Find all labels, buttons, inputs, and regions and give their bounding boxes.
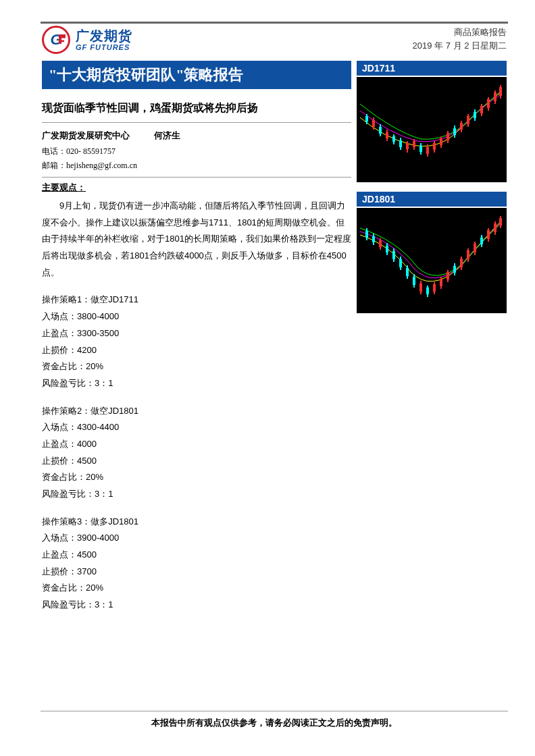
svg-rect-79 — [487, 230, 490, 239]
svg-rect-81 — [494, 223, 496, 232]
svg-rect-25 — [447, 133, 449, 140]
svg-rect-53 — [399, 259, 402, 267]
footer-disclaimer: 本报告中所有观点仅供参考，请务必阅读正文之后的免责声明。 — [41, 717, 508, 729]
svg-rect-11 — [399, 140, 402, 147]
svg-rect-61 — [426, 288, 429, 294]
svg-rect-49 — [386, 246, 388, 252]
footer: 本报告中所有观点仅供参考，请务必阅读正文之后的免责声明。 — [41, 711, 508, 729]
svg-rect-77 — [480, 238, 483, 244]
svg-rect-59 — [419, 284, 422, 292]
svg-rect-41 — [499, 87, 502, 96]
svg-rect-19 — [426, 147, 429, 154]
logo-icon: G — [42, 26, 70, 54]
candlestick-chart-icon — [357, 208, 507, 313]
svg-rect-75 — [474, 244, 476, 252]
svg-rect-65 — [440, 279, 442, 286]
svg-rect-29 — [460, 123, 463, 130]
svg-rect-13 — [406, 143, 409, 149]
svg-rect-17 — [419, 146, 422, 152]
candlestick-chart-icon — [357, 77, 507, 182]
svg-rect-27 — [453, 128, 456, 135]
svg-rect-55 — [406, 268, 409, 276]
svg-rect-31 — [467, 116, 469, 124]
svg-rect-3 — [372, 120, 375, 127]
svg-rect-15 — [413, 141, 415, 147]
svg-rect-69 — [453, 266, 456, 273]
svg-rect-71 — [460, 259, 463, 267]
svg-rect-5 — [379, 127, 382, 134]
svg-rect-21 — [433, 143, 436, 150]
svg-rect-57 — [413, 277, 415, 285]
svg-rect-1 — [365, 116, 368, 122]
svg-rect-51 — [392, 251, 395, 259]
svg-rect-7 — [386, 132, 388, 138]
svg-rect-39 — [494, 92, 496, 101]
chart-1 — [357, 77, 507, 182]
svg-rect-73 — [467, 250, 469, 259]
chart-2 — [357, 208, 507, 313]
svg-rect-9 — [392, 136, 395, 142]
svg-rect-43 — [365, 231, 368, 238]
svg-rect-35 — [480, 106, 483, 113]
svg-rect-83 — [499, 218, 502, 225]
svg-rect-67 — [447, 272, 449, 279]
svg-rect-47 — [379, 240, 382, 247]
svg-rect-33 — [474, 112, 476, 118]
svg-rect-63 — [433, 284, 436, 292]
svg-rect-23 — [440, 138, 442, 145]
svg-rect-45 — [372, 236, 375, 242]
svg-rect-37 — [487, 99, 490, 108]
